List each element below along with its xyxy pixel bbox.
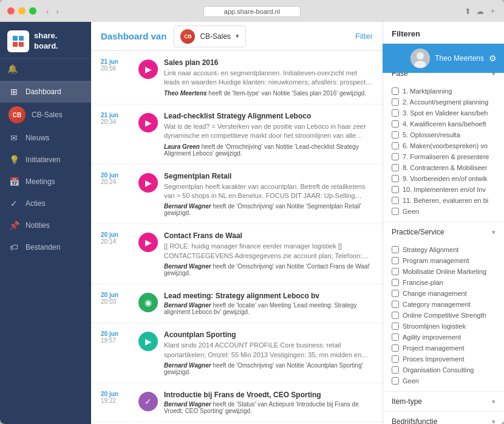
filter-checkbox[interactable]	[392, 87, 399, 95]
filter-checkbox[interactable]	[392, 164, 399, 171]
filter-checkbox[interactable]	[392, 377, 399, 385]
filter-checkbox[interactable]	[392, 109, 399, 117]
filter-option-label[interactable]: Francise-plan	[403, 279, 443, 286]
feed-date-text: 20 jun	[101, 231, 132, 238]
browser-toolbar: ⬆ ☁ ＋	[465, 5, 497, 16]
filter-section-header-bedrijfsfunctie[interactable]: Bedrijfsfunctie ▾	[383, 412, 504, 424]
sidebar-item-dashboard[interactable]: ⊞ Dashboard	[0, 81, 91, 103]
feed-item-icon: ▶	[138, 332, 158, 351]
filter-option-label[interactable]: 5. Oplossen/resulta	[403, 131, 460, 138]
forward-button[interactable]: ›	[53, 5, 61, 17]
filter-option-label[interactable]: Organisation Consulting	[403, 366, 474, 374]
filter-checkbox[interactable]	[392, 323, 399, 330]
filter-section-header-practice-service[interactable]: Practice/Service ▾	[383, 222, 504, 242]
board-selector[interactable]: CB CB-Sales ▾	[174, 26, 246, 47]
filter-option-label[interactable]: 8. Contracteren & Mobiliseer	[403, 164, 487, 171]
filter-button[interactable]: Filter	[355, 32, 373, 41]
filter-option-label[interactable]: Category management	[403, 301, 471, 308]
userbar: Theo Meertens ⚙	[383, 44, 504, 73]
chevron-down-icon: ▾	[492, 398, 495, 406]
feed-item[interactable]: 20 jun 20:14 ▶ Contact Frans de Waal [] …	[91, 224, 383, 284]
feed-item-author: Bernard Wagner heeft de 'locatie' van Me…	[164, 302, 373, 315]
filter-option-label[interactable]: Change management	[403, 290, 467, 297]
calendar-icon: 📅	[9, 177, 19, 186]
filter-option-label[interactable]: Proces Improvement	[403, 355, 464, 363]
sidebar-item-initiatieven[interactable]: 💡 Initiatieven	[0, 149, 91, 171]
filter-option: 1. Marktplanning	[392, 86, 495, 97]
filter-checkbox[interactable]	[392, 131, 399, 138]
filter-option-label[interactable]: 9. Voorbereiden en/of ontwik	[403, 175, 487, 182]
filter-checkbox[interactable]	[392, 301, 399, 308]
filter-option-label[interactable]: Project management	[403, 344, 465, 352]
minimize-button[interactable]	[18, 7, 26, 15]
filter-checkbox[interactable]	[392, 246, 399, 253]
filter-option-label[interactable]: Mobilisatie Online Marketing	[403, 268, 486, 275]
filter-checkbox[interactable]	[392, 279, 399, 286]
close-button[interactable]	[7, 7, 15, 15]
filter-option-label[interactable]: 3. Spot en Valideer kans/beh	[403, 109, 488, 117]
sidebar-item-nieuws[interactable]: ✉ Nieuws	[0, 127, 91, 149]
filter-option-label[interactable]: Geen	[403, 208, 419, 215]
feed-content: Sales plan 2016 Link naar account- en se…	[164, 58, 373, 97]
feed-item[interactable]: 20 jun 20:24 ▶ Segmentplan Retail Segmen…	[91, 165, 383, 225]
filter-section-header-item-type[interactable]: Item-type ▾	[383, 392, 504, 411]
feed-item[interactable]: 21 jun 20:34 ▶ Lead-checklist Strategy A…	[91, 104, 383, 165]
filter-checkbox[interactable]	[392, 175, 399, 182]
filter-checkbox[interactable]	[392, 98, 399, 106]
dashboard-icon: ⊞	[9, 87, 19, 97]
filter-checkbox[interactable]	[392, 153, 399, 160]
filter-option-label[interactable]: 10. Implementeren en/of Inv	[403, 186, 486, 193]
filter-option-label[interactable]: 2. Account/segment planning	[403, 98, 488, 106]
filter-checkbox[interactable]	[392, 142, 399, 149]
feed-item[interactable]: 21 jun 20:56 ▶ Sales plan 2016 Link naar…	[91, 51, 383, 104]
filter-option-label[interactable]: Online Competitive Strength	[403, 312, 486, 319]
maximize-button[interactable]	[29, 7, 36, 15]
filter-option-label[interactable]: Agility improvement	[403, 333, 461, 341]
notification-bell[interactable]: 🔔	[0, 59, 91, 78]
filter-option-label[interactable]: Geen	[403, 377, 419, 385]
filter-option-label[interactable]: 7. Formaliseren & presentere	[403, 153, 489, 160]
sidebar-item-acties[interactable]: ✓ Acties	[0, 193, 91, 214]
feed-item[interactable]: 20 jun 19:57 ▶ Acountplan Sporting Klant…	[91, 323, 383, 383]
filter-checkbox[interactable]	[392, 355, 399, 363]
filter-option: Online Competitive Strength	[392, 310, 495, 321]
feed-item[interactable]: 20 jun 19:22 ✓ Introductie bij Frans de …	[91, 383, 383, 422]
plus-icon[interactable]: ＋	[489, 5, 497, 16]
settings-icon[interactable]: ⚙	[489, 53, 497, 63]
filter-checkbox[interactable]	[392, 312, 399, 319]
filter-option-label[interactable]: 6. Maken(voorbespreken) vo	[403, 142, 488, 149]
feed-item-title: Sales plan 2016	[164, 58, 373, 67]
sidebar-item-bestanden[interactable]: 🏷 Bestanden	[0, 236, 91, 258]
filter-option-label[interactable]: Program management	[403, 257, 469, 264]
feed-date-text: 20 jun	[101, 330, 132, 337]
sidebar-item-meetings[interactable]: 📅 Meetings	[0, 171, 91, 193]
filter-checkbox[interactable]	[392, 344, 399, 352]
filter-checkbox[interactable]	[392, 257, 399, 264]
user-name: Theo Meertens	[435, 54, 484, 63]
filter-checkbox[interactable]	[392, 290, 399, 297]
filter-checkbox[interactable]	[392, 333, 399, 341]
filter-option-label[interactable]: Strategy Alignment	[403, 246, 458, 253]
url-display[interactable]: app.share-board.nl	[203, 6, 301, 17]
filter-checkbox[interactable]	[392, 197, 399, 204]
board-selector-avatar: CB	[180, 29, 195, 44]
feed-item-author: Bernard Wagner heeft de 'Status' van Act…	[164, 401, 373, 414]
filter-checkbox[interactable]	[392, 366, 399, 374]
filter-option-label[interactable]: 1. Marktplanning	[403, 87, 452, 95]
filter-checkbox[interactable]	[392, 268, 399, 275]
back-button[interactable]: ‹	[44, 5, 51, 17]
filter-checkbox[interactable]	[392, 120, 399, 128]
feed-item-icon: ✓	[138, 392, 158, 411]
logo-text: share. board.	[34, 31, 58, 52]
filter-option-label[interactable]: Stroomlijnen logistiek	[403, 323, 466, 330]
filter-checkbox[interactable]	[392, 208, 399, 215]
filter-checkbox[interactable]	[392, 186, 399, 193]
sidebar-item-notities[interactable]: 📌 Notities	[0, 214, 91, 236]
filter-option: Organisation Consulting	[392, 364, 495, 375]
sidebar-item-cb-sales[interactable]: CB CB-Sales	[0, 103, 91, 127]
filter-option-label[interactable]: 4. Kwalificeren kans/behoeft	[403, 120, 486, 128]
filter-option-label[interactable]: 11. Beheren, evalueren en bi	[403, 197, 488, 204]
filter-option: Stroomlijnen logistiek	[392, 321, 495, 332]
app-container: share. board. 🔔 ⊞ Dashboard CB CB-Sales …	[0, 22, 504, 424]
feed-item[interactable]: 20 jun 20:03 ◉ Lead meeting: Strategy al…	[91, 284, 383, 323]
